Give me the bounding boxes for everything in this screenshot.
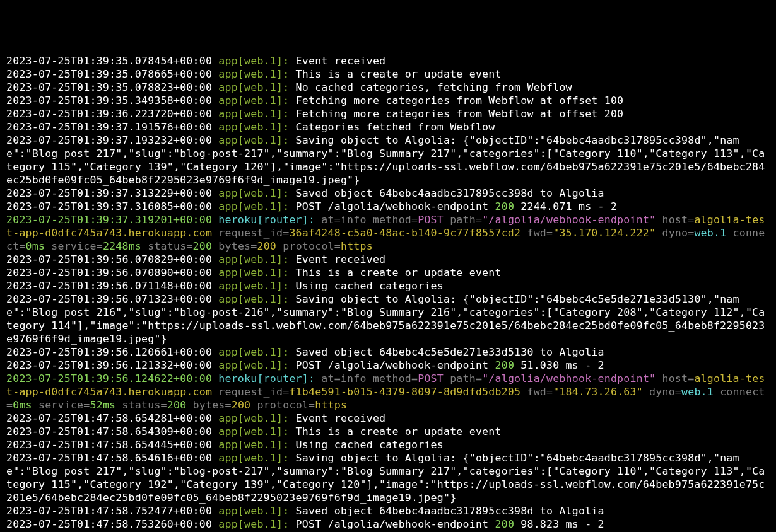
timestamp: 2023-07-25T01:47:58.654281+00:00 [6,412,212,424]
request-id-value: f1b4e591-b015-4379-8097-8d9dfd5db205 [289,386,520,398]
terminal-log[interactable]: 2023-07-25T01:39:35.078454+00:00 app[web… [6,54,770,532]
kv-host: host= [655,214,694,226]
log-message: Event received [296,253,386,265]
request-id-value: 36af4248-c5a0-48ac-b140-9c77f8557cd2 [289,227,520,239]
kv-fwd: fwd= [520,386,553,398]
http-status: 200 [495,518,515,530]
kv-host: host= [655,373,694,385]
protocol-value: https [341,240,373,252]
log-message: Saved object 64bebc4aadbc317895cc398d to… [296,187,604,199]
timestamp: 2023-07-25T01:39:37.193232+00:00 [6,134,212,146]
log-message: Event received [296,55,386,67]
timestamp: 2023-07-25T01:39:37.316085+00:00 [6,200,212,212]
log-line: 2023-07-25T01:47:58.654616+00:00 app[web… [6,451,770,504]
source-app: app[web.1]: [218,518,289,530]
timestamp: 2023-07-25T01:39:35.078665+00:00 [6,68,212,80]
log-line: 2023-07-25T01:39:37.193232+00:00 app[web… [6,134,770,187]
kv-bytes: bytes= [186,399,231,411]
timestamp: 2023-07-25T01:39:56.120661+00:00 [6,346,212,358]
source-app: app[web.1]: [218,108,289,120]
source-app: app[web.1]: [218,200,289,212]
kv-path: path= [444,214,482,226]
source-app: app[web.1]: [218,187,289,199]
status-value: 200 [193,240,213,252]
log-line: 2023-07-25T01:39:37.191576+00:00 app[web… [6,120,770,134]
kv-at-method: at=info method= [315,373,418,385]
source-app: app[web.1]: [218,134,289,146]
connect-value: 0ms [26,240,45,252]
source-app: app[web.1]: [218,253,289,265]
http-post: 51.030 ms - 2 [514,359,604,371]
kv-protocol: protocol= [276,240,341,252]
service-value: 52ms [90,399,116,411]
log-line: 2023-07-25T01:47:58.654445+00:00 app[web… [6,438,770,451]
log-line: 2023-07-25T01:39:56.071323+00:00 app[web… [6,292,770,345]
protocol-value: https [315,399,347,411]
log-message: This is a create or update event [296,425,502,437]
log-line: 2023-07-25T01:39:56.071148+00:00 app[web… [6,279,770,292]
http-method: POST [418,214,444,226]
kv-dyno: dyno= [643,386,681,398]
http-pre: POST /algolia/webhook-endpoint [296,200,495,212]
source-app: app[web.1]: [218,439,289,451]
log-line: 2023-07-25T01:39:56.070890+00:00 app[web… [6,266,770,279]
kv-request-id: request_id= [212,386,289,398]
log-line: 2023-07-25T01:39:56.070829+00:00 app[web… [6,253,770,266]
log-message: This is a create or update event [296,68,502,80]
timestamp: 2023-07-25T01:47:58.753260+00:00 [6,518,212,530]
kv-status: status= [115,399,167,411]
kv-service: service= [45,240,103,252]
timestamp: 2023-07-25T01:47:58.654309+00:00 [6,425,212,437]
status-value: 200 [167,399,187,411]
timestamp: 2023-07-25T01:39:37.313229+00:00 [6,187,212,199]
service-value: 2248ms [103,240,141,252]
kv-protocol: protocol= [250,399,315,411]
timestamp: 2023-07-25T01:39:37.191576+00:00 [6,121,212,133]
log-line: 2023-07-25T01:47:58.654309+00:00 app[web… [6,425,770,438]
log-line: 2023-07-25T01:47:58.753260+00:00 app[web… [6,518,770,531]
log-line: 2023-07-25T01:39:37.319201+00:00 heroku[… [6,213,770,253]
timestamp: 2023-07-25T01:47:58.752477+00:00 [6,505,212,517]
http-pre: POST /algolia/webhook-endpoint [296,359,495,371]
log-line: 2023-07-25T01:39:37.316085+00:00 app[web… [6,200,770,213]
log-line: 2023-07-25T01:39:35.078823+00:00 app[web… [6,81,770,94]
log-line: 2023-07-25T01:47:58.654281+00:00 app[web… [6,412,770,425]
http-path: "/algolia/webhook-endpoint" [482,214,655,226]
timestamp: 2023-07-25T01:39:35.078823+00:00 [6,81,212,93]
kv-service: service= [32,399,90,411]
http-status: 200 [495,200,515,212]
log-line: 2023-07-25T01:39:56.121332+00:00 app[web… [6,359,770,372]
log-line: 2023-07-25T01:39:36.223720+00:00 app[web… [6,107,770,120]
log-line: 2023-07-25T01:39:56.124622+00:00 heroku[… [6,372,770,412]
source-app: app[web.1]: [218,280,289,292]
http-pre: POST /algolia/webhook-endpoint [296,518,495,530]
fwd-value: "35.170.124.222" [553,227,655,239]
timestamp: 2023-07-25T01:39:56.071148+00:00 [6,280,212,292]
timestamp: 2023-07-25T01:39:56.071323+00:00 [6,293,212,305]
log-message: Saved object 64bebc4c5e5de271e33d5130 to… [296,346,604,358]
timestamp: 2023-07-25T01:39:35.349358+00:00 [6,95,212,107]
log-message: This is a create or update event [296,267,502,279]
dyno-value: web.1 [681,386,714,398]
log-line: 2023-07-25T01:39:35.078665+00:00 app[web… [6,67,770,81]
bytes-value: 200 [257,240,276,252]
kv-at-method: at=info method= [315,214,418,226]
timestamp: 2023-07-25T01:39:35.078454+00:00 [6,55,212,67]
source-app: app[web.1]: [218,412,289,424]
log-message: Using cached categories [296,439,444,451]
log-line: 2023-07-25T01:47:58.752477+00:00 app[web… [6,504,770,518]
source-app: app[web.1]: [218,267,289,279]
source-app: app[web.1]: [218,293,289,305]
timestamp: 2023-07-25T01:39:36.223720+00:00 [6,108,212,120]
source-router: heroku[router]: [218,214,315,226]
http-status: 200 [495,359,515,371]
source-app: app[web.1]: [218,505,289,517]
log-line: 2023-07-25T01:39:35.349358+00:00 app[web… [6,94,770,107]
kv-dyno: dyno= [655,227,694,239]
log-message: Event received [296,412,386,424]
source-app: app[web.1]: [218,95,289,107]
bytes-value: 200 [232,399,251,411]
source-app: app[web.1]: [218,346,289,358]
timestamp: 2023-07-25T01:47:58.654445+00:00 [6,439,212,451]
log-message: Fetching more categories from Webflow at… [296,95,624,107]
